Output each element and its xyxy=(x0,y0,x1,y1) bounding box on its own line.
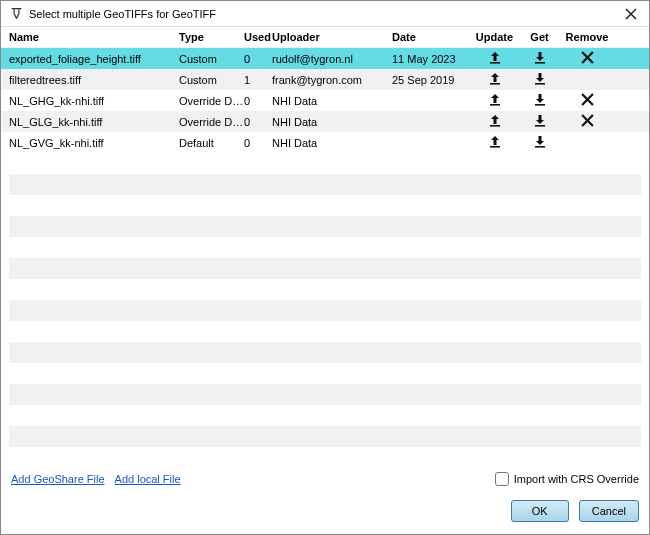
upload-icon[interactable] xyxy=(487,50,503,66)
table-row[interactable]: filteredtrees.tiffCustom1frank@tygron.co… xyxy=(1,69,649,90)
cell-name: NL_GHG_kk-nhi.tiff xyxy=(9,95,179,107)
file-table: Name Type Used Uploader Date Update Get … xyxy=(1,27,649,466)
upload-icon[interactable] xyxy=(487,71,503,87)
table-row[interactable]: NL_GVG_kk-nhi.tiffDefault0NHI Data xyxy=(1,132,649,153)
empty-row xyxy=(9,321,641,342)
col-header-type[interactable]: Type xyxy=(179,31,244,43)
upload-icon[interactable] xyxy=(487,92,503,108)
empty-row xyxy=(9,174,641,195)
svg-rect-4 xyxy=(490,104,500,106)
cell-uploader: NHI Data xyxy=(272,116,392,128)
download-icon[interactable] xyxy=(532,50,548,66)
cell-type: Override De... xyxy=(179,116,244,128)
empty-row xyxy=(9,258,641,279)
cell-uploader: NHI Data xyxy=(272,95,392,107)
cancel-button[interactable]: Cancel xyxy=(579,500,639,522)
empty-row xyxy=(9,195,641,216)
col-header-uploader[interactable]: Uploader xyxy=(272,31,392,43)
table-header: Name Type Used Uploader Date Update Get … xyxy=(1,27,649,48)
window-title: Select multiple GeoTIFFs for GeoTIFF xyxy=(29,8,621,20)
upload-icon[interactable] xyxy=(487,134,503,150)
download-icon[interactable] xyxy=(532,113,548,129)
svg-rect-1 xyxy=(535,62,545,64)
upload-icon[interactable] xyxy=(487,113,503,129)
svg-rect-3 xyxy=(535,83,545,85)
cell-uploader: NHI Data xyxy=(272,137,392,149)
empty-row xyxy=(9,300,641,321)
table-row[interactable]: NL_GHG_kk-nhi.tiffOverride De...0NHI Dat… xyxy=(1,90,649,111)
crs-override-checkbox[interactable] xyxy=(495,472,509,486)
col-header-update[interactable]: Update xyxy=(472,31,517,43)
col-header-date[interactable]: Date xyxy=(392,31,472,43)
svg-rect-9 xyxy=(535,146,545,148)
download-icon[interactable] xyxy=(532,134,548,150)
col-header-used[interactable]: Used xyxy=(244,31,272,43)
download-icon[interactable] xyxy=(532,92,548,108)
cell-used: 0 xyxy=(244,95,272,107)
add-geoshare-link[interactable]: Add GeoShare File xyxy=(11,473,105,485)
svg-rect-8 xyxy=(490,146,500,148)
close-icon[interactable] xyxy=(621,8,641,20)
cell-date: 25 Sep 2019 xyxy=(392,74,472,86)
cell-name: exported_foliage_height.tiff xyxy=(9,53,179,65)
table-row[interactable]: exported_foliage_height.tiffCustom0rudol… xyxy=(1,48,649,69)
cell-type: Default xyxy=(179,137,244,149)
app-icon xyxy=(9,7,23,21)
col-header-remove[interactable]: Remove xyxy=(562,31,612,43)
download-icon[interactable] xyxy=(532,71,548,87)
cell-uploader: frank@tygron.com xyxy=(272,74,392,86)
col-header-name[interactable]: Name xyxy=(9,31,179,43)
cell-used: 1 xyxy=(244,74,272,86)
footer-buttons: OK Cancel xyxy=(1,492,649,534)
col-header-get[interactable]: Get xyxy=(517,31,562,43)
cell-type: Custom xyxy=(179,74,244,86)
ok-button[interactable]: OK xyxy=(511,500,569,522)
cell-name: NL_GVG_kk-nhi.tiff xyxy=(9,137,179,149)
empty-row xyxy=(9,216,641,237)
cell-used: 0 xyxy=(244,137,272,149)
svg-rect-5 xyxy=(535,104,545,106)
titlebar: Select multiple GeoTIFFs for GeoTIFF xyxy=(1,1,649,27)
cell-type: Custom xyxy=(179,53,244,65)
svg-rect-0 xyxy=(490,62,500,64)
svg-rect-7 xyxy=(535,125,545,127)
remove-icon[interactable] xyxy=(581,93,594,106)
cell-date: 11 May 2023 xyxy=(392,53,472,65)
remove-icon[interactable] xyxy=(581,51,594,64)
svg-rect-2 xyxy=(490,83,500,85)
empty-row xyxy=(9,405,641,426)
cell-name: filteredtrees.tiff xyxy=(9,74,179,86)
empty-row xyxy=(9,342,641,363)
cell-used: 0 xyxy=(244,116,272,128)
cell-name: NL_GLG_kk-nhi.tiff xyxy=(9,116,179,128)
crs-override-label: Import with CRS Override xyxy=(514,473,639,485)
cell-uploader: rudolf@tygron.nl xyxy=(272,53,392,65)
table-row[interactable]: NL_GLG_kk-nhi.tiffOverride De...0NHI Dat… xyxy=(1,111,649,132)
cell-used: 0 xyxy=(244,53,272,65)
footer-links: Add GeoShare File Add local File Import … xyxy=(1,466,649,492)
empty-row xyxy=(9,384,641,405)
empty-row xyxy=(9,426,641,447)
cell-type: Override De... xyxy=(179,95,244,107)
svg-rect-6 xyxy=(490,125,500,127)
add-local-link[interactable]: Add local File xyxy=(115,473,181,485)
remove-icon[interactable] xyxy=(581,114,594,127)
